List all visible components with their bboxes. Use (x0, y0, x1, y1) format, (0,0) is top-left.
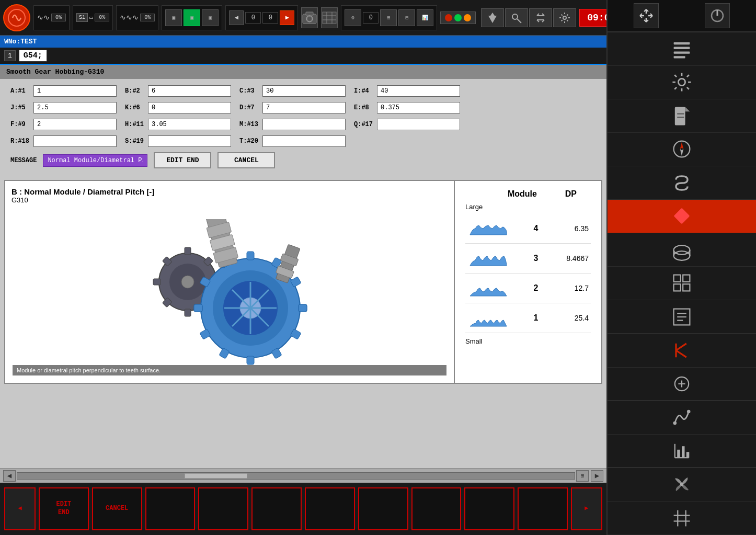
message-input[interactable] (43, 154, 147, 167)
size-small-label: Small (465, 337, 591, 345)
sidebar-gear-btn[interactable] (608, 66, 756, 99)
next-bottom-btn[interactable]: ▶ (571, 487, 602, 530)
scroll-track[interactable] (17, 472, 575, 480)
field-e8-group: E:#8 (354, 102, 460, 113)
module-val-4: 1 (528, 313, 544, 323)
gear-shape-medium-large (467, 248, 509, 269)
exchange-btn[interactable] (529, 8, 552, 27)
sidebar-3d-btn[interactable] (608, 233, 756, 267)
bottom-btn-4[interactable] (198, 487, 248, 530)
bottom-btn-5[interactable] (251, 487, 302, 530)
prev-arrow-icon: ◀ (18, 505, 21, 513)
bottom-btn-7[interactable] (358, 487, 408, 530)
field-j5-label: J:#5 (10, 104, 30, 111)
field-i4-input[interactable] (377, 85, 460, 97)
svg-rect-72 (674, 275, 681, 282)
svg-rect-56 (674, 47, 690, 49)
field-k6-input[interactable] (148, 102, 231, 113)
field-s19-label: S:#19 (125, 138, 145, 145)
sidebar-red-k-btn[interactable] (608, 334, 756, 368)
cancel-bottom-btn[interactable]: CANCEL (92, 487, 142, 530)
sidebar-file-btn[interactable] (608, 99, 756, 133)
sidebar-compass-btn[interactable] (608, 133, 756, 166)
sidebar-tool-btn[interactable] (608, 368, 756, 401)
scroll-thumb[interactable] (185, 473, 247, 479)
field-b2-label: B:#2 (125, 87, 145, 95)
sidebar-gauge-btn[interactable] (608, 435, 756, 468)
svg-point-4 (307, 17, 312, 21)
settings-btn[interactable] (553, 8, 576, 27)
field-j5-input[interactable] (33, 102, 117, 113)
field-r18-group: R:#18 (10, 135, 117, 147)
bottom-btn-8[interactable] (411, 487, 462, 530)
field-t20-input[interactable] (262, 135, 346, 147)
message-label: MESSAGE (10, 157, 37, 164)
key-btn[interactable] (505, 8, 528, 27)
s1-badge: S1 (76, 13, 88, 22)
sidebar-power-btn[interactable] (705, 3, 730, 28)
scroll-icon-center[interactable]: ⊞ (576, 470, 589, 482)
monitor-btn-2[interactable]: ▣ (184, 9, 200, 26)
sidebar-s-btn[interactable] (608, 166, 756, 200)
field-s19-input[interactable] (148, 135, 231, 147)
prev-bottom-btn[interactable]: ◀ (4, 487, 36, 530)
wno-bar: WNo:TEST (0, 36, 606, 48)
field-a1-input[interactable] (33, 85, 117, 97)
sidebar-path-btn[interactable] (608, 401, 756, 435)
sidebar-arrows-btn[interactable] (634, 3, 659, 28)
svg-rect-17 (185, 309, 191, 316)
prev-nav-btn[interactable]: ◀ (229, 10, 244, 25)
play-nav-btn[interactable]: ▶ (280, 10, 294, 25)
tool-btn-4[interactable]: 📊 (417, 9, 433, 26)
logo-button[interactable] (3, 4, 30, 31)
bottom-btn-3[interactable] (145, 487, 196, 530)
tool-btn-2[interactable]: ⊞ (380, 9, 397, 26)
tool-btn-3[interactable]: ⊟ (398, 9, 415, 26)
tool-btn-1[interactable]: ⚙ (345, 9, 361, 26)
field-d7-input[interactable] (262, 102, 346, 113)
module-row-1: 4 6.35 (465, 214, 591, 244)
scroll-left-btn[interactable]: ◀ (3, 470, 16, 482)
nav-num-2: 0 (262, 12, 278, 24)
field-b2-input[interactable] (148, 85, 231, 97)
sidebar-fan-btn[interactable] (608, 468, 756, 502)
scroll-right-btn[interactable]: ▶ (591, 470, 603, 482)
field-i4-label: I:#4 (354, 87, 374, 95)
grid-btn[interactable] (321, 7, 338, 28)
size-large-label: Large (465, 203, 591, 211)
svg-rect-5 (323, 12, 336, 24)
bottom-btn-9[interactable] (464, 487, 514, 530)
edit-end-bottom-btn[interactable]: EDIT END (39, 487, 89, 530)
col-dp-header: DP (565, 189, 577, 199)
sidebar-list-btn[interactable] (608, 32, 756, 66)
top-right-buttons (481, 8, 576, 27)
field-f9-input[interactable] (33, 119, 117, 130)
dp-val-4: 25.4 (563, 314, 589, 322)
cancel-button-form[interactable]: CANCEL (217, 152, 275, 168)
field-m13-input[interactable] (262, 119, 346, 130)
gear-svg-area (12, 208, 448, 377)
signal-group-1: ∿∿ 0% (33, 5, 70, 30)
monitor-btn-3[interactable]: ▣ (202, 9, 219, 26)
pin-btn[interactable] (481, 8, 504, 27)
bottom-btn-6[interactable] (305, 487, 355, 530)
sidebar-hash-btn[interactable] (608, 502, 756, 535)
field-h11-input[interactable] (148, 119, 231, 130)
field-q17-input[interactable] (377, 119, 460, 130)
line-number: 1 (4, 50, 16, 61)
svg-rect-85 (677, 450, 680, 458)
field-e8-input[interactable] (377, 102, 460, 113)
s1-icon: ▭ (89, 14, 93, 21)
bottom-btn-10[interactable] (518, 487, 568, 530)
sidebar-text-btn[interactable] (608, 300, 756, 334)
field-d7-group: D:#7 (239, 102, 346, 113)
sidebar-red-diamond-btn[interactable] (608, 200, 756, 233)
field-c3-input[interactable] (262, 85, 346, 97)
field-r18-input[interactable] (33, 135, 117, 147)
wave-icon-2: ∿∿∿ (120, 13, 139, 22)
field-e8-label: E:#8 (354, 104, 374, 111)
sidebar-grid3d-btn[interactable] (608, 267, 756, 300)
edit-end-button[interactable]: EDIT END (154, 152, 211, 168)
monitor-btn-1[interactable]: ▣ (165, 9, 182, 26)
camera-btn[interactable] (301, 7, 318, 28)
